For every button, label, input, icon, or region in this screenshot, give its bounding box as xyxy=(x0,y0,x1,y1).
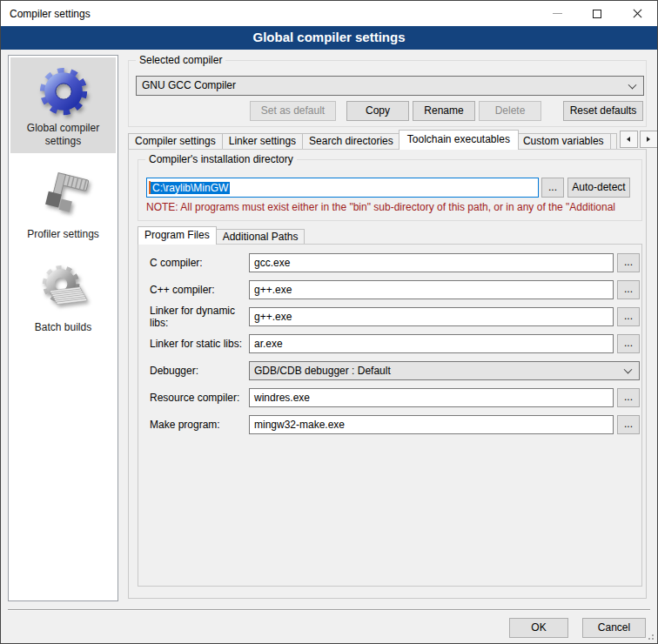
maximize-button[interactable] xyxy=(577,1,617,26)
tab-scroll-left-button[interactable] xyxy=(620,131,638,148)
title-bar: Compiler settings xyxy=(1,1,657,26)
browse-directory-button[interactable]: ... xyxy=(541,178,564,198)
window-controls xyxy=(537,1,657,26)
form-row-make-program: Make program: mingw32-make.exe ... xyxy=(150,415,640,434)
left-arrow-icon xyxy=(627,137,630,142)
sidebar-item-label: Global compiler settings xyxy=(12,122,114,148)
cpp-compiler-input[interactable]: g++.exe xyxy=(249,280,614,299)
rename-button[interactable]: Rename xyxy=(413,101,475,121)
field-label: Linker for dynamic libs: xyxy=(150,305,249,329)
gear-blue-icon xyxy=(37,64,91,118)
minimize-icon xyxy=(553,13,562,14)
tab-program-files[interactable]: Program Files xyxy=(138,226,217,245)
footer-divider xyxy=(8,609,650,611)
resource-compiler-input[interactable]: windres.exe xyxy=(249,388,614,407)
installation-directory-row: C:\raylib\MinGW ... Auto-detect xyxy=(146,178,630,198)
field-label: Resource compiler: xyxy=(150,392,249,404)
form-row-resource-compiler: Resource compiler: windres.exe ... xyxy=(150,388,640,407)
copy-button[interactable]: Copy xyxy=(346,101,409,121)
right-arrow-icon xyxy=(647,137,650,142)
static-linker-input[interactable]: ar.exe xyxy=(249,334,614,353)
tab-compiler-settings[interactable]: Compiler settings xyxy=(128,133,223,150)
toolchain-executables-panel: Compiler's installation directory C:\ray… xyxy=(128,149,647,599)
debugger-value: GDB/CDB debugger : Default xyxy=(254,365,391,377)
sidebar-item-profiler-settings[interactable]: Profiler settings xyxy=(10,164,116,246)
installation-directory-input[interactable]: C:\raylib\MinGW xyxy=(146,178,539,198)
browse-resource-compiler-button[interactable]: ... xyxy=(617,388,640,407)
field-label: Debugger: xyxy=(150,365,249,377)
compiler-settings-dialog: Compiler settings Global compiler settin… xyxy=(0,0,658,644)
reset-defaults-button[interactable]: Reset defaults xyxy=(563,101,643,121)
cancel-button[interactable]: Cancel xyxy=(582,618,646,638)
chevron-down-icon xyxy=(628,80,637,89)
program-files-panel: C compiler: gcc.exe ... C++ compiler: g+… xyxy=(138,244,642,587)
field-label: C++ compiler: xyxy=(150,284,249,296)
group-label: Selected compiler xyxy=(136,54,225,66)
minimize-button xyxy=(537,1,577,26)
settings-category-list: Global compiler settings Profiler settin… xyxy=(8,55,118,601)
browse-dynamic-linker-button[interactable]: ... xyxy=(617,307,640,326)
chevron-down-icon xyxy=(624,366,633,374)
maximize-icon xyxy=(593,10,601,18)
selected-compiler-value: GNU GCC Compiler xyxy=(142,79,236,91)
tab-search-directories[interactable]: Search directories xyxy=(303,133,400,150)
browse-make-program-button[interactable]: ... xyxy=(617,415,640,434)
tab-linker-settings[interactable]: Linker settings xyxy=(223,133,303,150)
field-label: C compiler: xyxy=(150,257,249,269)
caliper-icon xyxy=(37,171,91,225)
installation-directory-group: Compiler's installation directory C:\ray… xyxy=(138,159,642,221)
group-label: Compiler's installation directory xyxy=(145,153,297,165)
auto-detect-button[interactable]: Auto-detect xyxy=(567,178,630,198)
field-label: Linker for static libs: xyxy=(150,338,249,350)
tab-custom-variables[interactable]: Custom variables xyxy=(517,133,611,150)
tab-additional-paths[interactable]: Additional Paths xyxy=(217,229,306,245)
selected-compiler-group: Selected compiler GNU GCC Compiler Set a… xyxy=(128,60,647,127)
gear-stack-icon xyxy=(37,264,91,318)
delete-button: Delete xyxy=(479,101,541,121)
compiler-actions: Set as default Copy Rename Delete Reset … xyxy=(136,101,644,121)
ok-button[interactable]: OK xyxy=(509,618,568,638)
browse-static-linker-button[interactable]: ... xyxy=(617,334,640,353)
program-tabs: Program Files Additional Paths xyxy=(138,226,305,245)
form-row-cpp-compiler: C++ compiler: g++.exe ... xyxy=(150,280,640,299)
c-compiler-input[interactable]: gcc.exe xyxy=(249,253,614,272)
browse-cpp-compiler-button[interactable]: ... xyxy=(617,280,640,299)
directory-note: NOTE: All programs must exist either in … xyxy=(146,201,639,213)
form-row-dynamic-linker: Linker for dynamic libs: g++.exe ... xyxy=(150,307,640,326)
tab-build-truncated[interactable]: Build xyxy=(611,133,617,150)
tab-scroll-controls xyxy=(620,131,658,148)
set-as-default-button: Set as default xyxy=(250,101,336,121)
selected-text: C:\raylib\MinGW xyxy=(151,182,230,194)
sidebar-item-batch-builds[interactable]: Batch builds xyxy=(10,257,116,339)
form-row-c-compiler: C compiler: gcc.exe ... xyxy=(150,253,640,272)
resize-grip[interactable] xyxy=(645,631,654,640)
tab-toolchain-executables[interactable]: Toolchain executables xyxy=(399,130,519,150)
sidebar-item-label: Batch builds xyxy=(12,321,114,334)
tab-scroll-right-button[interactable] xyxy=(640,131,658,148)
close-button[interactable] xyxy=(617,1,657,26)
debugger-select[interactable]: GDB/CDB debugger : Default xyxy=(249,361,640,380)
browse-c-compiler-button[interactable]: ... xyxy=(617,253,640,272)
settings-tabs: Compiler settings Linker settings Search… xyxy=(128,130,650,150)
sidebar-item-global-compiler-settings[interactable]: Global compiler settings xyxy=(10,57,116,153)
form-row-static-linker: Linker for static libs: ar.exe ... xyxy=(150,334,640,353)
selected-compiler-dropdown[interactable]: GNU GCC Compiler xyxy=(136,76,644,96)
dialog-header: Global compiler settings xyxy=(1,26,657,50)
close-icon xyxy=(632,8,643,19)
field-label: Make program: xyxy=(150,419,249,431)
window-title: Compiler settings xyxy=(1,8,91,20)
make-program-input[interactable]: mingw32-make.exe xyxy=(249,415,614,434)
dynamic-linker-input[interactable]: g++.exe xyxy=(249,307,614,326)
sidebar-item-label: Profiler settings xyxy=(12,228,114,241)
form-row-debugger: Debugger: GDB/CDB debugger : Default xyxy=(150,361,640,380)
